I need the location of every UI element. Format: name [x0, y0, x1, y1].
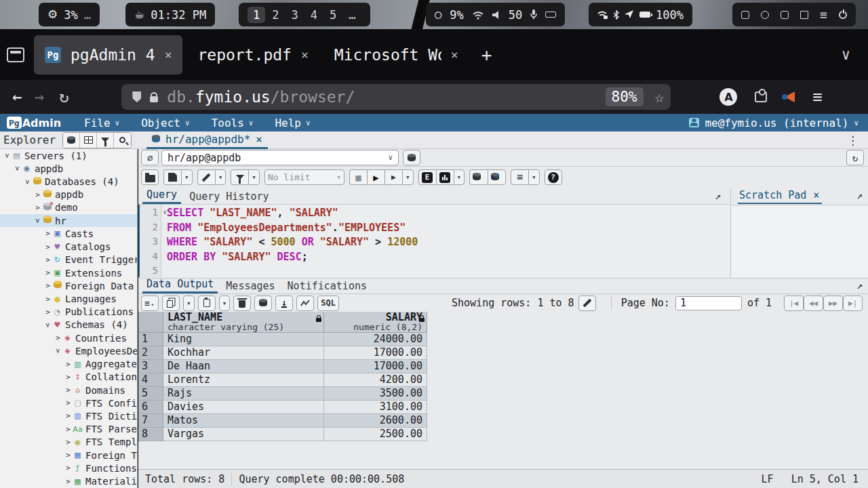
row-number-cell[interactable]: 1: [139, 333, 163, 346]
tab-query[interactable]: Query: [142, 187, 181, 204]
dropdown-caret-button[interactable]: ▾: [454, 169, 465, 185]
tree-item-fts-parsers[interactable]: >AaFTS Parsers: [0, 423, 137, 436]
expand-chevron-icon[interactable]: >: [64, 373, 73, 382]
close-icon[interactable]: ×: [301, 47, 309, 62]
eol-indicator[interactable]: LF: [762, 473, 774, 485]
tree-item-catalogs[interactable]: >♥Catalogs: [0, 241, 137, 253]
row-number-header[interactable]: [139, 312, 163, 332]
tree-item-functions[interactable]: >ƒFunctions: [0, 462, 137, 474]
workspace-2[interactable]: 2: [267, 7, 284, 23]
connection-select[interactable]: hr/app@appdb ∨: [161, 150, 399, 165]
fold-chevron-icon[interactable]: ∨: [163, 209, 167, 216]
scratch-pad-tab[interactable]: Scratch Pad ×: [738, 189, 822, 204]
browser-menu-icon[interactable]: ≡: [812, 89, 822, 105]
edit-button[interactable]: [197, 169, 215, 185]
row-number-cell[interactable]: 3: [139, 360, 163, 373]
collapse-chevron-icon[interactable]: >: [23, 178, 32, 186]
column-header-salary[interactable]: SALARY numeric (8,2): [324, 312, 427, 332]
workspace-4[interactable]: 4: [305, 7, 323, 23]
sql-button[interactable]: SQL: [317, 296, 339, 311]
expand-chevron-icon[interactable]: >: [64, 477, 73, 486]
execute-button[interactable]: ▶: [367, 169, 384, 185]
expand-chevron-icon[interactable]: >: [43, 281, 52, 290]
expand-icon[interactable]: ↗: [856, 189, 863, 201]
expand-chevron-icon[interactable]: >: [43, 243, 52, 251]
paste-button[interactable]: [198, 296, 216, 311]
expand-chevron-icon[interactable]: >: [43, 268, 52, 277]
quick-settings[interactable]: ○ 9% 50: [426, 3, 565, 26]
tree-item-event-triggers[interactable]: >↻Event Triggers: [0, 253, 137, 266]
menu-object[interactable]: Object∨: [133, 117, 197, 129]
cell-last-name[interactable]: Davies: [163, 401, 324, 414]
collapse-chevron-icon[interactable]: >: [33, 216, 42, 225]
expand-chevron-icon[interactable]: >: [33, 190, 42, 199]
dropdown-caret-button[interactable]: ▾: [248, 169, 260, 185]
macro-button[interactable]: ↻: [846, 150, 864, 165]
copy-button[interactable]: [162, 296, 180, 311]
add-row-button[interactable]: ≡₊: [141, 296, 159, 311]
tree-item-employeesdepartments[interactable]: >◈EmployeesDepartments: [0, 344, 137, 357]
limit-select[interactable]: No limit▾: [264, 169, 344, 185]
expand-chevron-icon[interactable]: >: [43, 229, 52, 238]
explorer-grid-button[interactable]: [80, 133, 97, 148]
chart-button[interactable]: [296, 296, 314, 311]
expand-chevron-icon[interactable]: >: [43, 295, 52, 304]
list-all-tabs-chevron-icon[interactable]: ∨: [842, 46, 850, 63]
close-icon[interactable]: ×: [256, 133, 262, 146]
row-number-cell[interactable]: 6: [139, 401, 163, 414]
lock-icon[interactable]: [150, 96, 158, 102]
cell-salary[interactable]: 17000.00: [324, 346, 427, 360]
collapse-chevron-icon[interactable]: >: [3, 151, 12, 160]
cell-salary[interactable]: 2600.00: [324, 414, 427, 428]
expand-chevron-icon[interactable]: >: [54, 333, 62, 342]
tree-item-materialized-views[interactable]: >▦Materialized Views: [0, 474, 137, 487]
tree-item-foreign-data-wrappers[interactable]: >Foreign Data Wrappers: [0, 279, 137, 292]
zoom-badge[interactable]: 80%: [606, 87, 644, 106]
tree-item-schemas-4-[interactable]: >♥Schemas (4): [0, 319, 137, 331]
cpu-indicator[interactable]: ⚙ 3% …: [39, 3, 100, 26]
explain-button[interactable]: E: [418, 169, 436, 185]
megaphone-extension-icon[interactable]: [785, 92, 795, 102]
cell-salary[interactable]: 4200.00: [324, 373, 427, 387]
save-data-button[interactable]: [254, 296, 272, 311]
explorer-db-button[interactable]: [63, 133, 80, 148]
collapse-chevron-icon[interactable]: >: [13, 164, 22, 173]
expand-chevron-icon[interactable]: >: [64, 438, 73, 447]
expand-icon[interactable]: ↗: [715, 190, 721, 202]
tree-item-servers-1-[interactable]: >▤Servers (1): [0, 149, 137, 162]
tree-item-fts-dictionaries[interactable]: >▥FTS Dictionaries: [0, 409, 137, 422]
back-button[interactable]: ←: [12, 87, 22, 106]
cell-last-name[interactable]: De Haan: [163, 360, 324, 373]
cell-last-name[interactable]: Rajs: [163, 387, 324, 401]
workspace-1[interactable]: 1: [248, 7, 265, 23]
cell-salary[interactable]: 2500.00: [324, 428, 427, 441]
dropdown-caret-button[interactable]: ▾: [183, 296, 195, 311]
row-number-cell[interactable]: 4: [139, 373, 163, 387]
explorer-filter-button[interactable]: [97, 133, 114, 148]
next-page-button[interactable]: ▶▶: [823, 296, 843, 311]
tree-item-countries[interactable]: >◈Countries: [0, 331, 137, 344]
url-field[interactable]: db.fymio.us/browser/ 80% ☆: [121, 84, 671, 110]
forward-button[interactable]: →: [34, 87, 43, 106]
extensions-puzzle-icon[interactable]: [755, 92, 767, 102]
tab-data-output[interactable]: Data Output: [142, 277, 218, 293]
browser-tab-2[interactable]: report.pdf×: [186, 35, 319, 75]
expand-chevron-icon[interactable]: >: [64, 451, 73, 460]
tree-item-appdb[interactable]: >◉appdb: [0, 162, 137, 175]
cell-salary[interactable]: 3100.00: [324, 401, 427, 414]
execute-script-button[interactable]: ▶: [384, 169, 402, 185]
cell-salary[interactable]: 24000.00: [324, 333, 427, 346]
explorer-search-button[interactable]: [114, 133, 131, 148]
tree-item-casts[interactable]: >▣Casts: [0, 227, 137, 240]
close-icon[interactable]: ×: [813, 189, 819, 201]
first-page-button[interactable]: |◀: [784, 296, 804, 311]
open-file-button[interactable]: [141, 169, 159, 185]
cell-last-name[interactable]: King: [163, 333, 324, 346]
tab-notifications[interactable]: Notifications: [283, 279, 371, 293]
download-csv-button[interactable]: ↓: [275, 296, 293, 311]
tab-query-history[interactable]: Query History: [185, 189, 273, 204]
shield-icon[interactable]: [132, 92, 141, 102]
workspace-…[interactable]: …: [343, 7, 361, 23]
tree-item-fts-configurations[interactable]: >▢FTS Configurations: [0, 396, 137, 409]
sql-editor[interactable]: 1∨2345 SELECT "LAST_NAME", "SALARY"FROM …: [138, 205, 730, 277]
